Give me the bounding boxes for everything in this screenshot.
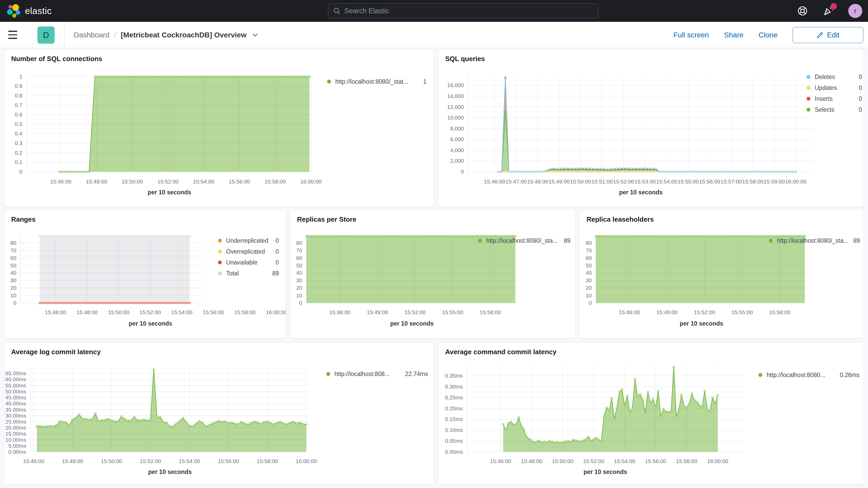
- marker: [398, 236, 399, 237]
- marker: [103, 76, 105, 78]
- marker: [70, 236, 72, 237]
- marker: [720, 171, 721, 173]
- y-tick-label: 50.00ms: [5, 389, 26, 394]
- marker: [633, 167, 635, 169]
- marker: [441, 236, 443, 237]
- marker: [170, 236, 172, 237]
- chart-canvas[interactable]: 02,0004,0006,0008,00010,00012,00014,0001…: [438, 50, 864, 207]
- legend-item-label[interactable]: Underreplicated: [226, 237, 268, 244]
- marker: [155, 302, 156, 304]
- marker: [128, 236, 130, 237]
- chart-canvas[interactable]: 0.00ms5.00ms10.00ms15.00ms20.00ms25.00ms…: [4, 343, 434, 485]
- marker: [678, 408, 680, 410]
- panel-title[interactable]: Replicas per Store: [297, 215, 356, 223]
- marker: [551, 171, 553, 173]
- x-tick-label: 15:51:00: [591, 179, 613, 184]
- y-tick-label: 60: [296, 255, 302, 261]
- legend-item-label[interactable]: Selects: [815, 106, 834, 113]
- legend-item-label[interactable]: Total: [226, 270, 239, 277]
- chart-canvas[interactable]: 0.00ms0.05ms0.10ms0.15ms0.20ms0.25ms0.30…: [438, 343, 864, 485]
- marker: [184, 302, 185, 304]
- y-tick-label: 0.2: [15, 150, 22, 156]
- marker: [105, 236, 106, 237]
- marker: [702, 171, 703, 173]
- help-icon[interactable]: [796, 5, 809, 17]
- panel-title[interactable]: Average log commit latency: [11, 348, 100, 356]
- y-tick-label: 35.00ms: [5, 407, 26, 413]
- marker: [655, 168, 657, 170]
- space-avatar[interactable]: D: [37, 27, 55, 44]
- x-tick-label: 15:52:00: [157, 179, 179, 184]
- marker: [569, 171, 571, 173]
- marker: [142, 236, 143, 237]
- whats-new-icon[interactable]: [822, 5, 835, 17]
- legend-item-label[interactable]: http://localhost:8080/_sta...: [486, 237, 558, 244]
- marker: [331, 236, 332, 237]
- marker: [588, 436, 589, 437]
- x-tick-label: 15:56:00: [699, 179, 720, 184]
- legend-item-label[interactable]: http://localhost:8080...: [767, 372, 825, 378]
- legend-item-label[interactable]: Inserts: [815, 95, 833, 102]
- marker: [79, 302, 80, 304]
- marker: [65, 236, 67, 237]
- chart-canvas[interactable]: 0102030405060708015:46:0015:49:0015:52:0…: [580, 210, 864, 339]
- marker: [61, 171, 63, 173]
- marker: [760, 236, 762, 237]
- x-axis-title: per 10 seconds: [390, 320, 433, 327]
- chart-canvas[interactable]: 0102030405060708015:46:0015:49:0015:52:0…: [290, 210, 576, 339]
- panel-title[interactable]: Ranges: [11, 215, 36, 223]
- chevron-down-icon[interactable]: [252, 33, 258, 37]
- marker: [569, 167, 571, 169]
- panel-sql-connections: Number of SQL connections00.10.20.30.40.…: [4, 49, 434, 207]
- marker: [666, 236, 668, 237]
- panel-title[interactable]: SQL queries: [445, 55, 485, 63]
- marker: [618, 236, 620, 237]
- legend-swatch: [769, 239, 773, 243]
- panel-title[interactable]: Replica leaseholders: [587, 215, 654, 223]
- legend-item-label[interactable]: Overreplicated: [226, 248, 265, 255]
- chart-canvas[interactable]: 00.10.20.30.40.50.60.70.80.9115:46:0015:…: [4, 50, 434, 207]
- y-tick-label: 0.7: [15, 102, 22, 108]
- search-input[interactable]: [344, 7, 594, 15]
- panel-title[interactable]: Number of SQL connections: [11, 55, 102, 63]
- marker: [329, 236, 330, 237]
- marker: [44, 302, 46, 304]
- legend-item-label[interactable]: http://localhost:808...: [335, 370, 390, 377]
- marker: [716, 171, 717, 173]
- marker: [126, 236, 127, 237]
- marker: [775, 236, 776, 237]
- edit-button[interactable]: Edit: [793, 27, 863, 43]
- share-button[interactable]: Share: [724, 31, 744, 39]
- y-tick-label: 4,000: [450, 147, 464, 153]
- marker: [502, 424, 504, 425]
- marker: [686, 406, 687, 408]
- legend-item-label[interactable]: Updates: [815, 85, 837, 91]
- marker: [598, 168, 599, 170]
- marker: [379, 236, 380, 237]
- marker: [536, 441, 537, 442]
- marker: [752, 236, 753, 237]
- user-avatar[interactable]: r: [848, 4, 862, 18]
- marker: [513, 424, 514, 425]
- legend-item-label[interactable]: Unavailable: [226, 259, 257, 266]
- full-screen-button[interactable]: Full screen: [673, 31, 709, 39]
- elastic-logo[interactable]: elastic: [7, 4, 52, 18]
- marker: [193, 76, 194, 78]
- marker: [634, 378, 636, 380]
- chart-canvas[interactable]: 0102030405060708015:46:0015:48:0015:50:0…: [4, 210, 286, 339]
- marker: [147, 236, 148, 237]
- menu-icon[interactable]: [8, 29, 23, 41]
- panel-title[interactable]: Average command commit latency: [445, 348, 556, 356]
- marker: [515, 424, 517, 425]
- marker: [117, 421, 119, 422]
- marker: [423, 236, 424, 237]
- global-search[interactable]: [328, 3, 598, 19]
- breadcrumb-dashboard[interactable]: Dashboard: [74, 31, 110, 39]
- legend-item-label[interactable]: Deletes: [815, 73, 835, 80]
- marker: [89, 302, 90, 304]
- clone-button[interactable]: Clone: [758, 31, 778, 39]
- legend-item-label[interactable]: http://localhost:8080/_stat...: [335, 78, 408, 85]
- marker: [241, 421, 242, 423]
- legend-item-label[interactable]: http://localhost:8080/_sta...: [777, 237, 848, 244]
- x-tick-label: 15:54:00: [656, 179, 677, 184]
